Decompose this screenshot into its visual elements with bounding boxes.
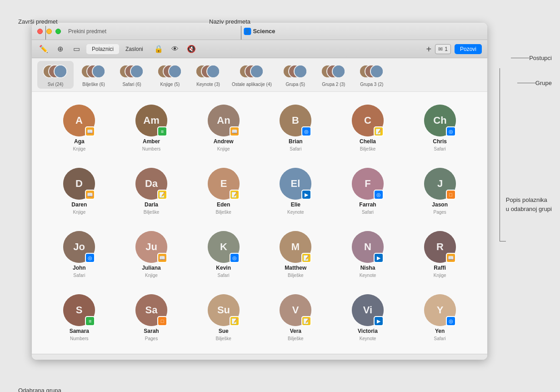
stop-subject-button[interactable]: Prekini predmet — [68, 28, 106, 35]
student-item[interactable]: S ≡SamaraNumbers — [45, 291, 113, 345]
svg-text:Jo: Jo — [73, 241, 85, 252]
pencil-tool-button[interactable]: ✏️ — [37, 43, 50, 55]
student-item[interactable]: El ▶ElieKeynote — [262, 164, 330, 218]
invite-button[interactable]: ✉ 1 — [435, 44, 451, 54]
student-item[interactable]: Am ≡AmberNumbers — [118, 101, 185, 155]
svg-point-14 — [207, 65, 219, 78]
toolbar-tabs: Polaznici Zasloni — [86, 44, 149, 54]
student-item[interactable]: M 📝MatthewBilješke — [262, 227, 330, 281]
student-item[interactable]: N ▶NishaKeynote — [334, 227, 402, 281]
app-badge-pages: □ — [446, 190, 456, 200]
student-item[interactable]: E 📝EdenBilješke — [190, 164, 257, 218]
mute-button[interactable]: 🔇 — [185, 43, 198, 55]
group-item-notes[interactable]: Bilješke (6) — [75, 61, 112, 89]
svg-text:R: R — [436, 241, 444, 252]
svg-text:El: El — [291, 178, 300, 189]
group-item-safari[interactable]: Safari (6) — [114, 61, 150, 89]
student-name: Vera — [290, 328, 301, 334]
student-item[interactable]: Ju 📖JulianaKnjige — [118, 227, 185, 281]
compass-tool-button[interactable]: ⊕ — [54, 43, 66, 55]
student-app: Numbers — [142, 146, 161, 151]
groups-bar: Svi (24)Bilješke (6)Safari (6)Knjige (5)… — [32, 58, 487, 92]
student-app: Bilješke — [288, 273, 303, 278]
group-label-notes: Bilješke (6) — [82, 82, 105, 87]
student-item[interactable]: A 📖AgaKnjige — [45, 101, 113, 155]
student-item[interactable]: J □JasonPages — [406, 164, 474, 218]
svg-point-2 — [55, 65, 66, 78]
maximize-button[interactable] — [55, 29, 61, 34]
lock-button[interactable]: 🔒 — [152, 43, 165, 55]
app-badge-books: 📖 — [230, 126, 240, 136]
student-item[interactable]: B ◎BrianSafari — [262, 101, 330, 155]
student-name: Farrah — [359, 201, 376, 208]
minimize-button[interactable] — [46, 29, 52, 34]
svg-text:Sa: Sa — [145, 304, 158, 316]
app-badge-notes: 📝 — [301, 253, 311, 263]
student-name: Daren — [71, 201, 87, 208]
student-item[interactable]: R 📖RaffiKnjige — [406, 227, 474, 281]
annotation-actions: Postupci — [529, 55, 552, 61]
student-item[interactable]: D 📖DarenKnjige — [45, 164, 113, 218]
annotation-groups: Grupe — [535, 80, 552, 86]
group-item-books[interactable]: Knjige (5) — [152, 61, 188, 89]
window-title-area: 👤 Science — [244, 28, 275, 35]
traffic-lights — [37, 29, 61, 34]
svg-text:Su: Su — [217, 304, 230, 316]
student-app: Keynote — [360, 336, 376, 341]
group-item-group3[interactable]: Grupa 3 (2) — [354, 61, 390, 89]
eye-off-button[interactable]: 👁 — [169, 43, 181, 55]
title-bar: Prekini predmet 👤 Science — [32, 23, 487, 40]
student-name: Matthew — [285, 265, 306, 271]
student-name: Andrew — [214, 138, 234, 145]
app-badge-numbers: ≡ — [157, 126, 167, 136]
student-name: Darla — [145, 201, 158, 208]
app-badge-safari: ◎ — [374, 190, 384, 200]
svg-text:M: M — [291, 241, 300, 252]
student-app: Safari — [434, 146, 446, 151]
app-badge-books: 📖 — [446, 253, 456, 263]
student-item[interactable]: Jo ◎JohnSafari — [45, 227, 113, 281]
group-label-group3: Grupa 3 (2) — [360, 82, 383, 87]
student-item[interactable]: An 📖AndrewKnjige — [190, 101, 257, 155]
student-app: Pages — [433, 210, 446, 215]
tab-zasloni[interactable]: Zasloni — [120, 44, 149, 54]
group-item-group2[interactable]: Grupa 2 (3) — [315, 61, 352, 89]
add-button[interactable]: + — [426, 45, 432, 54]
student-name: Juliana — [142, 265, 160, 271]
tab-polaznici[interactable]: Polaznici — [86, 44, 119, 54]
group-item-other[interactable]: Ostale aplikacije (4) — [228, 61, 275, 89]
window-app-icon: 👤 — [244, 28, 251, 35]
svg-text:Y: Y — [436, 304, 443, 316]
student-item[interactable]: K ◎KevinSafari — [190, 227, 257, 281]
group-item-group1[interactable]: Grupa (5) — [277, 61, 314, 89]
main-content: A 📖AgaKnjige Am ≡AmberNumbers An 📖Andrew… — [32, 92, 487, 354]
student-item[interactable]: Su 📝SueBilješke — [190, 291, 257, 345]
student-app: Knjige — [434, 273, 446, 278]
student-name: Amber — [143, 138, 160, 145]
group-label-group2: Grupa 2 (3) — [322, 82, 345, 87]
app-badge-safari: ◎ — [85, 253, 95, 263]
student-item[interactable]: F ◎FarrahSafari — [334, 164, 402, 218]
student-item[interactable]: C 📝ChellaBilješke — [334, 101, 402, 155]
student-name: Jason — [432, 201, 448, 208]
student-name: John — [73, 265, 86, 271]
student-item[interactable]: Da 📝DarlaBilješke — [118, 164, 185, 218]
student-item[interactable]: V 📝VeraBilješke — [262, 291, 330, 345]
svg-text:C: C — [364, 115, 371, 126]
group-item-keynote[interactable]: Keynote (3) — [190, 61, 226, 89]
call-button[interactable]: Pozovi — [455, 44, 482, 54]
svg-text:B: B — [292, 115, 299, 126]
app-badge-keynote: ▶ — [374, 316, 384, 326]
annotation-students-list: Popis polaznika u odabranoj grupi — [506, 196, 552, 212]
student-name: Samara — [70, 328, 89, 334]
close-button[interactable] — [37, 29, 43, 34]
screen-tool-button[interactable]: ▭ — [70, 43, 83, 55]
group-item-all[interactable]: Svi (24) — [37, 61, 74, 89]
student-item[interactable]: Sa □SarahPages — [118, 291, 185, 345]
app-badge-books: 📖 — [157, 253, 167, 263]
student-item[interactable]: Vi ▶VictoriaKeynote — [334, 291, 402, 345]
svg-point-5 — [93, 65, 105, 78]
student-item[interactable]: Ch ◎ChrisSafari — [406, 101, 474, 155]
student-app: Keynote — [287, 210, 304, 215]
student-item[interactable]: Y ◎YenSafari — [406, 291, 474, 345]
